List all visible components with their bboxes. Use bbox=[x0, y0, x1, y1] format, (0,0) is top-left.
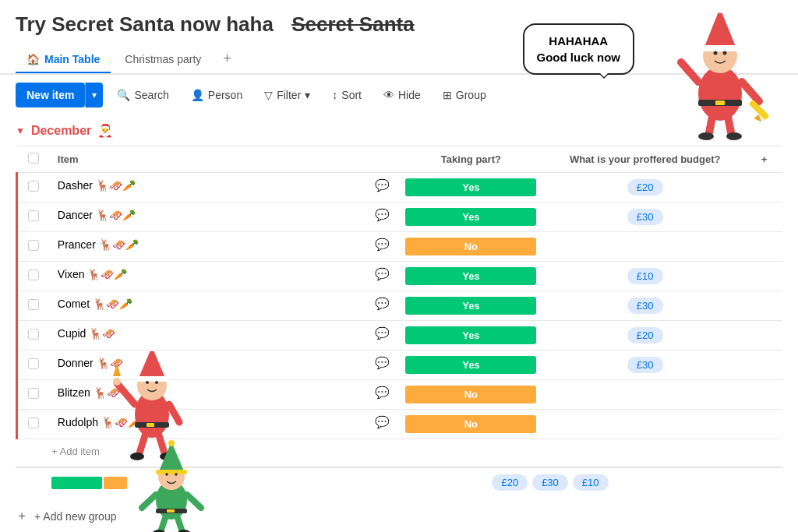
row-item-name: Dasher 🦌🛷🥕 💬 bbox=[50, 173, 398, 198]
row-taking-part[interactable]: Yes bbox=[397, 351, 544, 380]
no-badge[interactable]: No bbox=[405, 238, 536, 255]
row-budget bbox=[544, 232, 746, 262]
table-row: Comet 🦌🛷🥕 💬Yes£30 bbox=[17, 291, 783, 321]
budget-value: £30 bbox=[627, 298, 663, 314]
no-badge[interactable]: No bbox=[405, 386, 536, 403]
home-icon: 🏠 bbox=[26, 53, 40, 65]
row-taking-part[interactable]: No bbox=[397, 380, 544, 410]
row-taking-part[interactable]: Yes bbox=[397, 291, 544, 321]
hide-button[interactable]: 👁 Hide bbox=[376, 84, 429, 106]
yes-badge[interactable]: Yes bbox=[405, 356, 536, 374]
svg-point-38 bbox=[168, 440, 175, 446]
chat-icon[interactable]: 💬 bbox=[375, 238, 390, 252]
progress-bar-green bbox=[51, 477, 102, 489]
col-add-header[interactable]: + bbox=[746, 146, 782, 173]
svg-marker-2 bbox=[704, 8, 736, 47]
chat-icon[interactable]: 💬 bbox=[375, 178, 390, 192]
row-extra bbox=[746, 321, 782, 351]
svg-point-22 bbox=[146, 381, 149, 384]
search-button[interactable]: 🔍 Search bbox=[109, 84, 176, 106]
row-item-name: Donner 🦌🛷 💬 bbox=[50, 351, 398, 375]
summary-pills: £20 £30 £10 bbox=[464, 474, 636, 491]
summary-pill-30: £30 bbox=[532, 474, 568, 491]
hide-icon: 👁 bbox=[383, 89, 394, 101]
svg-line-7 bbox=[681, 62, 698, 82]
row-checkbox[interactable] bbox=[17, 291, 50, 321]
svg-line-42 bbox=[187, 495, 201, 508]
elf-bottom-character bbox=[132, 434, 210, 532]
row-checkbox[interactable] bbox=[17, 380, 50, 410]
row-checkbox[interactable] bbox=[17, 410, 50, 439]
tab-christmas-party[interactable]: Christmas party bbox=[114, 47, 212, 73]
speech-bubble: HAHAHAA Good luck now bbox=[523, 23, 635, 75]
yes-badge[interactable]: Yes bbox=[405, 297, 536, 315]
row-extra bbox=[746, 262, 782, 291]
row-item-name: Blitzen 🦌🛷 💬 bbox=[50, 380, 398, 405]
row-budget: £30 bbox=[544, 351, 746, 380]
row-checkbox[interactable] bbox=[17, 232, 50, 262]
svg-rect-16 bbox=[715, 100, 725, 105]
santa-elf-character bbox=[658, 0, 782, 140]
row-taking-part[interactable]: No bbox=[397, 232, 544, 262]
chat-icon[interactable]: 💬 bbox=[375, 326, 390, 340]
col-budget-header: What is your proffered budget? bbox=[544, 146, 746, 173]
svg-rect-48 bbox=[167, 509, 175, 513]
row-item-name: Rudolph 🦌🛷🥕 💬 bbox=[50, 410, 398, 435]
row-extra bbox=[746, 410, 782, 439]
summary-pill-20: £20 bbox=[492, 474, 528, 491]
item-text: Dancer 🦌🛷🥕 bbox=[58, 209, 136, 221]
tab-add-button[interactable]: + bbox=[215, 44, 239, 73]
svg-point-14 bbox=[726, 132, 742, 140]
row-checkbox[interactable] bbox=[17, 321, 50, 351]
filter-button[interactable]: ▽ Filter ▾ bbox=[256, 84, 318, 106]
tab-main-table[interactable]: 🏠 Main Table bbox=[16, 47, 111, 73]
person-button[interactable]: 👤 Person bbox=[183, 84, 250, 106]
plus-icon: ＋ bbox=[16, 508, 28, 524]
row-budget bbox=[544, 410, 746, 439]
yes-badge[interactable]: Yes bbox=[405, 178, 536, 196]
group-button[interactable]: ⊞ Group bbox=[435, 84, 494, 106]
svg-rect-20 bbox=[136, 376, 168, 382]
chat-icon[interactable]: 💬 bbox=[375, 356, 390, 370]
svg-point-23 bbox=[155, 381, 158, 384]
row-extra bbox=[746, 291, 782, 321]
add-new-group-button[interactable]: ＋ + Add new group bbox=[0, 497, 798, 532]
chevron-icon: ▼ bbox=[16, 125, 25, 136]
svg-line-41 bbox=[142, 495, 156, 508]
row-taking-part[interactable]: Yes bbox=[397, 203, 544, 232]
svg-line-27 bbox=[169, 404, 179, 422]
new-item-dropdown-button[interactable]: ▾ bbox=[85, 83, 103, 107]
row-extra bbox=[746, 203, 782, 232]
col-taking-header: Taking part? bbox=[397, 146, 544, 173]
row-checkbox[interactable] bbox=[17, 262, 50, 291]
chat-icon[interactable]: 💬 bbox=[375, 386, 390, 400]
search-icon: 🔍 bbox=[117, 89, 130, 101]
svg-point-4 bbox=[716, 5, 724, 13]
row-checkbox[interactable] bbox=[17, 351, 50, 380]
row-taking-part[interactable]: Yes bbox=[397, 262, 544, 291]
group-icon: ⊞ bbox=[443, 89, 452, 101]
row-taking-part[interactable]: Yes bbox=[397, 321, 544, 351]
budget-value: £30 bbox=[627, 357, 663, 373]
row-taking-part[interactable]: Yes bbox=[397, 173, 544, 203]
col-check-header[interactable] bbox=[17, 146, 50, 173]
no-badge[interactable]: No bbox=[405, 415, 536, 433]
filter-dropdown-icon: ▾ bbox=[305, 89, 310, 101]
item-text: Cupid 🦌🛷 bbox=[58, 327, 115, 340]
row-checkbox[interactable] bbox=[17, 173, 50, 203]
chat-icon[interactable]: 💬 bbox=[375, 267, 390, 281]
new-item-button[interactable]: New item bbox=[16, 83, 85, 107]
yes-badge[interactable]: Yes bbox=[405, 208, 536, 226]
sort-button[interactable]: ↕ Sort bbox=[324, 84, 369, 106]
svg-point-21 bbox=[149, 345, 155, 351]
row-checkbox[interactable] bbox=[17, 203, 50, 232]
svg-point-39 bbox=[165, 473, 168, 476]
yes-badge[interactable]: Yes bbox=[405, 267, 536, 285]
row-budget: £30 bbox=[544, 203, 746, 232]
row-budget bbox=[544, 380, 746, 410]
chat-icon[interactable]: 💬 bbox=[375, 415, 390, 429]
yes-badge[interactable]: Yes bbox=[405, 326, 536, 344]
chat-icon[interactable]: 💬 bbox=[375, 208, 390, 222]
row-taking-part[interactable]: No bbox=[397, 410, 544, 439]
chat-icon[interactable]: 💬 bbox=[375, 297, 390, 311]
